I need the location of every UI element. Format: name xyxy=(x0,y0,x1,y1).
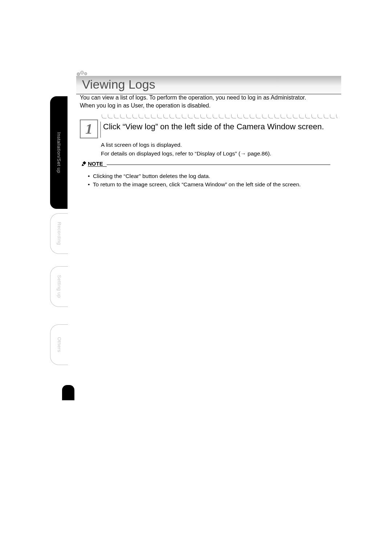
side-tab-label: Installation/Set up xyxy=(56,132,62,173)
intro-line: When you log in as User, the operation i… xyxy=(80,102,338,110)
side-tab-label: Recording xyxy=(57,222,62,245)
title-bar: Viewing Logs xyxy=(76,76,341,94)
svg-point-2 xyxy=(85,73,87,75)
decorative-hooks xyxy=(102,114,338,119)
note-header: NOTE xyxy=(81,161,330,167)
side-tab-label: Setting up xyxy=(57,275,62,298)
page-number-mark xyxy=(61,385,75,407)
note-label: NOTE xyxy=(88,161,103,167)
step-block: 1 Click “View log” on the left side of t… xyxy=(80,115,338,138)
note-label-wrap: NOTE xyxy=(81,161,105,167)
side-tab-setting[interactable]: Setting up xyxy=(50,266,68,307)
step-body-text: For details on displayed logs, refer to … xyxy=(101,150,240,157)
step-body-line: A list screen of logs is displayed. xyxy=(101,141,334,149)
step-body-line: For details on displayed logs, refer to … xyxy=(101,150,334,158)
svg-marker-3 xyxy=(82,164,84,166)
note-item: To return to the image screen, click “Ca… xyxy=(88,180,330,189)
document-page: Installation/Set up Recording Setting up… xyxy=(0,0,392,555)
bubbles-icon xyxy=(76,71,341,76)
svg-rect-4 xyxy=(83,161,86,165)
page-number-bg-icon xyxy=(62,385,74,400)
side-tab-installation[interactable]: Installation/Set up xyxy=(50,96,68,209)
step-number: 1 xyxy=(85,122,93,136)
side-tab-label: Others xyxy=(57,337,62,352)
side-tabs: Installation/Set up Recording Setting up… xyxy=(50,96,68,383)
page-title: Viewing Logs xyxy=(82,77,155,91)
side-tab-others[interactable]: Others xyxy=(50,324,68,365)
step-body: A list screen of logs is displayed. For … xyxy=(101,141,334,159)
pencil-icon xyxy=(81,161,86,167)
note-item: Clicking the “Clear” button deletes the … xyxy=(88,172,330,180)
note-list: Clicking the “Clear” button deletes the … xyxy=(81,172,330,189)
step-instruction-text: Click “ xyxy=(103,122,125,131)
section-header: Viewing Logs xyxy=(76,71,341,94)
step-instruction: Click “View log” on the left side of the… xyxy=(100,122,338,138)
svg-point-0 xyxy=(77,73,80,76)
intro-line: You can view a list of logs. To perform … xyxy=(80,94,338,102)
side-tab-recording[interactable]: Recording xyxy=(50,213,68,254)
note-block: NOTE Clicking the “Clear” button deletes… xyxy=(81,161,330,189)
note-divider xyxy=(107,165,330,165)
step-instruction-em: View log xyxy=(125,122,155,131)
step-number-box: 1 xyxy=(80,119,98,138)
step-instruction-text: ” on the left side of the Camera Window … xyxy=(155,122,324,131)
intro-text: You can view a list of logs. To perform … xyxy=(80,94,338,109)
step-body-text: page.86). xyxy=(246,150,271,157)
svg-point-1 xyxy=(81,71,84,74)
arrow-icon: → xyxy=(240,150,246,158)
